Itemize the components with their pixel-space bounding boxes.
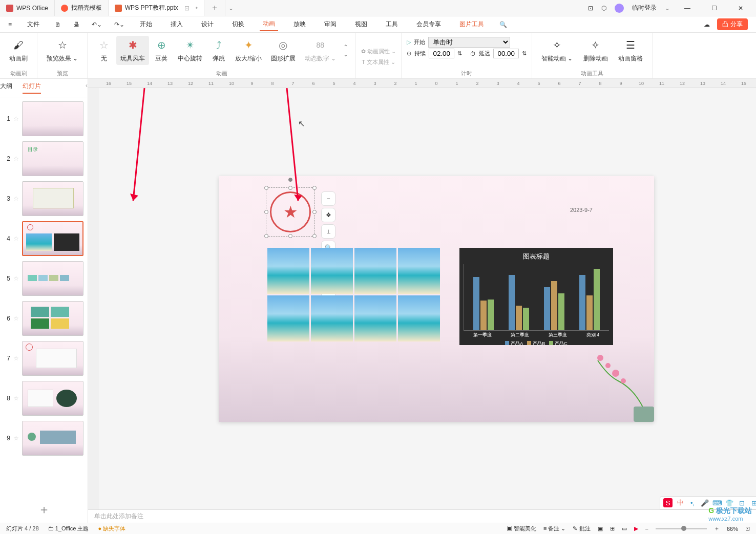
cloud-icon[interactable]: ☁	[704, 21, 710, 28]
close-button[interactable]: ✕	[731, 1, 750, 15]
thumb-5[interactable]: 5☆	[4, 261, 83, 296]
animation-pane[interactable]: ☰动画窗格	[614, 36, 647, 65]
outline-tab[interactable]: 大纲	[0, 82, 12, 94]
notes-area[interactable]: 单击此处添加备注	[88, 509, 756, 523]
menu-review[interactable]: 审阅	[321, 18, 340, 31]
start-select[interactable]: 单击时	[428, 37, 510, 48]
gallery-expand[interactable]: ⌃⌄	[341, 36, 350, 65]
delete-animation[interactable]: ✧删除动画	[579, 36, 612, 65]
tab-daogou[interactable]: 找稻壳模板	[55, 0, 109, 16]
menu-tools[interactable]: 工具	[383, 18, 401, 31]
menu-hamburger[interactable]: ≡	[8, 21, 12, 28]
tab-document[interactable]: WPS PPT教程.pptx⊡•	[109, 0, 204, 16]
anim-pinwheel[interactable]: ✱玩具风车	[116, 36, 149, 65]
anim-bean[interactable]: ⊕豆荚	[150, 36, 173, 65]
anim-bounce[interactable]: ⤴弹跳	[207, 36, 230, 65]
login-status[interactable]: 临时登录	[632, 4, 657, 12]
slide-canvas[interactable]: − ❖ ⟂ 🔍 ✨ ⛶ ⋯ 2023-9-7 图表标题	[219, 176, 654, 422]
menu-view[interactable]: 视图	[352, 18, 370, 31]
bt-sogou[interactable]: S	[663, 498, 673, 507]
minimize-button[interactable]: —	[678, 1, 697, 15]
menu-start[interactable]: 开始	[137, 18, 155, 31]
start-label: 开始	[414, 38, 425, 46]
missing-font[interactable]: ● 缺失字体	[98, 525, 125, 532]
menu-slideshow[interactable]: 放映	[290, 18, 309, 31]
menu-file[interactable]: 文件	[24, 18, 43, 31]
thumb-3[interactable]: 3☆	[4, 181, 83, 216]
anim-number[interactable]: 88动态数字 ⌄	[301, 36, 340, 65]
smart-animation[interactable]: ✧智能动画 ⌄	[537, 36, 577, 65]
stamp-image[interactable]	[270, 191, 311, 232]
thumbnails[interactable]: 1☆ 2☆目录 3☆ 4☆ 5☆ 6☆ 7☆ 8☆ 9☆	[0, 97, 88, 496]
delay-input[interactable]	[493, 49, 519, 58]
view-reading[interactable]: ▭	[622, 525, 627, 532]
ft-crop[interactable]: ⟂	[321, 224, 335, 239]
menu-design[interactable]: 设计	[198, 18, 217, 31]
maximize-button[interactable]: ☐	[705, 1, 723, 15]
share-button[interactable]: 凸 分享	[717, 18, 748, 30]
bt-lang[interactable]: 中	[676, 498, 685, 507]
anim-spin[interactable]: ✴中心旋转	[174, 36, 206, 65]
anim-zoom[interactable]: ✦放大/缩小	[231, 36, 265, 65]
avatar[interactable]	[615, 4, 624, 13]
ft-layers[interactable]: ❖	[321, 208, 335, 222]
duration-label: 持续	[414, 50, 426, 57]
tab-menu-dropdown[interactable]: ⌄	[228, 5, 234, 12]
view-normal[interactable]: ▣	[598, 525, 603, 532]
comments-toggle[interactable]: ✎ 批注	[573, 525, 590, 532]
preview-effect[interactable]: ☆预览效果 ⌄	[43, 36, 82, 65]
svg-point-2	[612, 370, 619, 377]
smart-beautify[interactable]: ▣ 智能美化	[507, 525, 536, 532]
ribbon-group-brush: 🖌动画刷 动画刷	[0, 33, 37, 78]
thumb-8[interactable]: 8☆	[4, 381, 83, 416]
svg-point-0	[597, 355, 603, 361]
pane-icon: ☰	[623, 38, 638, 52]
fit-window[interactable]: ⊡	[745, 525, 750, 532]
app-icon-2[interactable]: ⬡	[601, 5, 606, 12]
menu-picture-tools[interactable]: 图片工具	[456, 18, 487, 31]
thumb-6[interactable]: 6☆	[4, 301, 83, 336]
anim-none[interactable]: ☆无	[93, 36, 115, 65]
zoom-in[interactable]: ＋	[714, 525, 720, 532]
slide-panel: 大纲 幻灯片 ‹ 1☆ 2☆目录 3☆ 4☆ 5☆ 6☆ 7☆ 8☆ 9☆ ＋	[0, 79, 88, 523]
view-sorter[interactable]: ⊞	[610, 525, 615, 532]
tab-wps-home[interactable]: WPS Office	[0, 0, 55, 16]
anim-circle[interactable]: ◎圆形扩展	[267, 36, 300, 65]
chart-bars	[464, 264, 609, 331]
theme-name[interactable]: 🗀 1_Office 主题	[48, 525, 89, 532]
animation-brush[interactable]: 🖌动画刷	[5, 36, 32, 65]
zoom-value[interactable]: 66%	[727, 526, 738, 532]
toolbar-save-icon[interactable]: 🗎	[55, 21, 61, 28]
toolbar-print-icon[interactable]: 🖶	[73, 21, 79, 28]
menu-transition[interactable]: 切换	[229, 18, 247, 31]
thumb-2[interactable]: 2☆目录	[4, 141, 83, 176]
duration-input[interactable]	[429, 49, 454, 58]
notes-toggle[interactable]: ≡ 备注 ⌄	[543, 525, 566, 532]
zoom-out[interactable]: −	[645, 526, 648, 532]
text-properties: T 文本属性 ⌄	[362, 58, 395, 66]
toolbar-redo-icon[interactable]: ↷⌄	[114, 21, 124, 28]
view-slideshow[interactable]: ▶	[634, 525, 638, 532]
canvas-scroll[interactable]: − ❖ ⟂ 🔍 ✨ ⛶ ⋯ 2023-9-7 图表标题	[98, 88, 756, 509]
thumb-1[interactable]: 1☆	[4, 101, 83, 136]
menu-insert[interactable]: 插入	[167, 18, 186, 31]
slides-tab[interactable]: 幻灯片	[23, 82, 41, 94]
panel-collapse-icon[interactable]: ‹	[86, 82, 88, 94]
star-icon: ☆	[97, 38, 111, 52]
bt-punct[interactable]: •,	[688, 498, 697, 507]
add-slide-button[interactable]: ＋	[0, 496, 88, 523]
toolbar-undo-icon[interactable]: ↶⌄	[92, 21, 102, 28]
menu-animation[interactable]: 动画	[260, 17, 278, 31]
branch-decoration	[562, 330, 654, 422]
search-icon[interactable]: 🔍	[499, 21, 507, 28]
tab-add[interactable]: ＋	[204, 0, 225, 16]
app-icon-1[interactable]: ⊡	[588, 5, 593, 12]
beach-image-grid[interactable]	[267, 248, 440, 341]
ft-minus[interactable]: −	[321, 191, 335, 206]
thumb-9[interactable]: 9☆	[4, 421, 83, 456]
thumb-4[interactable]: 4☆	[4, 221, 83, 256]
chart-title: 图表标题	[464, 252, 609, 261]
zoom-slider[interactable]	[656, 528, 707, 529]
menu-vip[interactable]: 会员专享	[413, 18, 444, 31]
thumb-7[interactable]: 7☆	[4, 341, 83, 376]
